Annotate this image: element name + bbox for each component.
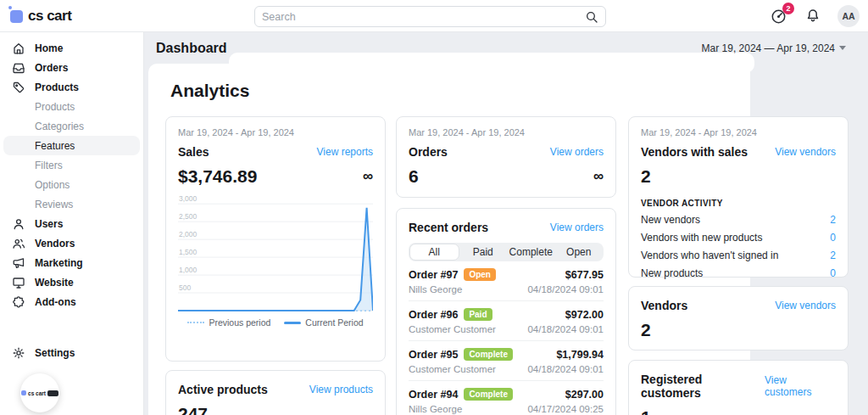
sidebar-item-options[interactable]: Options [3,175,140,194]
order-row[interactable]: Order #94 Complete $297.00 Nills George … [409,381,604,415]
sidebar-item-label: Marketing [35,257,83,269]
infinity-icon: ∞ [363,168,373,185]
sidebar-item-label: Settings [35,347,75,359]
sidebar-item-users[interactable]: Users [3,214,140,233]
view-vendors-link[interactable]: View vendors [775,300,836,311]
logo-text: cs cart [28,8,71,25]
sidebar-item-label: Products [35,81,79,93]
tab-open[interactable]: Open [555,244,604,261]
puzzle-icon [12,295,25,309]
sidebar-item-marketing[interactable]: Marketing [3,253,140,272]
sidebar-item-products-sub[interactable]: Products [3,97,140,116]
search-bar[interactable] [254,6,606,27]
svg-text:2,000: 2,000 [179,230,198,238]
date-range-picker[interactable]: Mar 19, 2024 — Apr 19, 2024 [702,42,846,54]
sidebar-item-orders[interactable]: Orders [3,58,140,77]
sidebar-item-website[interactable]: Website [3,272,140,292]
previous-period-swatch [187,322,204,323]
order-row[interactable]: Order #96 Paid $972.00 Customer Customer… [409,301,604,341]
main-content: Dashboard Mar 19, 2024 — Apr 19, 2024 An… [144,32,868,415]
legend-label: Previous period [209,317,270,328]
view-vendors-link[interactable]: View vendors [775,146,836,158]
widget-logo-text: cs cart [28,390,46,396]
activity-row: Vendors who haven't signed in 2 [641,250,836,261]
recent-orders-card: Recent orders View orders All Paid Compl… [396,208,616,415]
orders-icon [12,61,25,75]
sidebar-item-reviews[interactable]: Reviews [3,194,140,214]
view-customers-link[interactable]: View customers [765,374,836,398]
sales-chart: 5001,0001,5002,0002,5003,000 [178,193,373,314]
vendors-card: Vendors View vendors 2 [628,286,849,351]
activity-value[interactable]: 0 [830,267,836,279]
svg-text:1,000: 1,000 [179,266,198,274]
cscart-logo[interactable]: cs cart [8,4,135,28]
gauge-icon[interactable]: 2 [770,7,788,25]
order-id[interactable]: Order #95 [409,349,458,361]
sidebar-item-products[interactable]: Products [3,77,140,97]
svg-text:500: 500 [179,283,191,292]
sidebar-item-addons[interactable]: Add-ons [3,292,140,311]
tab-all[interactable]: All [409,244,459,261]
vendors-value: 2 [641,320,651,340]
card-title: Orders [409,145,448,159]
order-status-tabs: All Paid Complete Open [409,243,604,261]
view-reports-link[interactable]: View reports [317,146,373,158]
legend-label: Current Period [305,317,363,328]
order-row[interactable]: Order #95 Complete $1,799.94 Customer Cu… [409,341,604,381]
status-badge: Open [464,268,496,281]
sidebar-item-vendors[interactable]: Vendors [3,233,140,253]
sidebar-item-label: Orders [35,62,68,74]
order-date: 04/17/2024 09:25 [527,404,604,414]
logo-square-icon [21,390,26,395]
card-title: Vendors with sales [641,145,748,159]
topbar-actions: 2 AA [770,0,860,32]
status-badge: Complete [464,348,513,361]
sidebar-item-categories[interactable]: Categories [3,116,140,136]
sidebar-item-filters[interactable]: Filters [3,155,140,175]
sidebar-item-home[interactable]: Home [3,38,140,58]
activity-row: Vendors with new products 0 [641,232,836,244]
sidebar-item-label: Categories [35,121,84,132]
view-orders-link[interactable]: View orders [550,146,604,158]
card-date-range: Mar 19, 2024 - Apr 19, 2024 [178,127,373,137]
tab-paid[interactable]: Paid [459,244,508,261]
card-title: Sales [178,145,209,159]
order-row[interactable]: Order #97 Open $677.95 Nills George 04/1… [409,261,604,301]
logo-dot [8,6,12,9]
search-icon[interactable] [585,10,598,24]
activity-value[interactable]: 2 [830,214,836,226]
sales-value: $3,746.89 [178,166,257,187]
order-id[interactable]: Order #94 [409,389,458,401]
card-title: Vendors [641,299,687,312]
view-orders-link[interactable]: View orders [550,222,604,233]
sidebar-item-label: Users [35,218,63,230]
sidebar-item-settings[interactable]: Settings [3,343,140,362]
order-id[interactable]: Order #96 [409,309,458,321]
activity-value[interactable]: 2 [830,250,836,261]
active-products-value: 247 [178,404,208,415]
sidebar-item-label: Reviews [35,199,73,210]
sidebar-item-label: Add-ons [35,296,76,308]
notification-count-badge: 2 [782,3,794,14]
logo-square-icon [10,10,23,23]
order-id[interactable]: Order #97 [409,269,458,281]
sidebar-item-label: Features [35,140,75,152]
widget-version-pill [47,390,58,396]
status-badge: Paid [464,308,492,321]
tab-complete[interactable]: Complete [507,244,555,261]
cscart-floating-widget[interactable]: cs cart [20,373,59,412]
avatar[interactable]: AA [837,5,860,27]
activity-value[interactable]: 0 [830,232,836,244]
activity-label: New vendors [641,214,700,226]
order-amount: $677.95 [565,269,604,281]
sidebar-item-label: Filters [35,160,63,171]
tag-icon [12,81,25,94]
monitor-icon [12,276,25,289]
card-date-range: Mar 19, 2024 - Apr 19, 2024 [409,127,604,137]
order-customer: Customer Customer [409,324,496,334]
view-products-link[interactable]: View products [309,384,373,395]
sidebar-item-label: Options [35,179,70,191]
search-input[interactable] [262,11,585,23]
sidebar-item-features[interactable]: Features [3,136,140,155]
bell-icon[interactable] [804,7,822,25]
